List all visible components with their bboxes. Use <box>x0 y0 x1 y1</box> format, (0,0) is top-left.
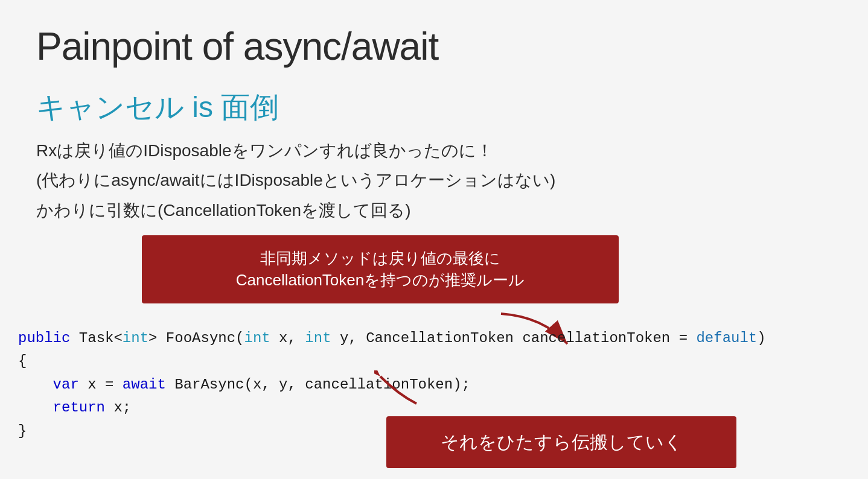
arrow-bottom-svg <box>374 370 423 407</box>
body-line-1: Rxは戻り値のIDisposableをワンパンすれば良かったのに！ <box>36 138 832 163</box>
callout-top: 非同期メソッドは戻り値の最後にCancellationTokenを持つのが推奨ル… <box>142 235 619 303</box>
code-line-3: var x = await BarAsync(x, y, cancellatio… <box>18 373 850 396</box>
code-line-2: { <box>18 350 850 373</box>
callout-bottom: それをひたすら伝搬していく <box>386 416 736 468</box>
slide-title: Painpoint of async/await <box>36 24 832 69</box>
slide: Painpoint of async/await キャンセル is 面倒 Rxは… <box>0 0 868 479</box>
code-line-1: public Task<int> FooAsync(int x, int y, … <box>18 327 850 350</box>
section-heading: キャンセル is 面倒 <box>36 88 832 127</box>
body-line-3: かわりに引数に(CancellationTokenを渡して回る) <box>36 197 832 223</box>
body-line-2: (代わりにasync/awaitにはIDisposableというアロケーションは… <box>36 167 832 193</box>
